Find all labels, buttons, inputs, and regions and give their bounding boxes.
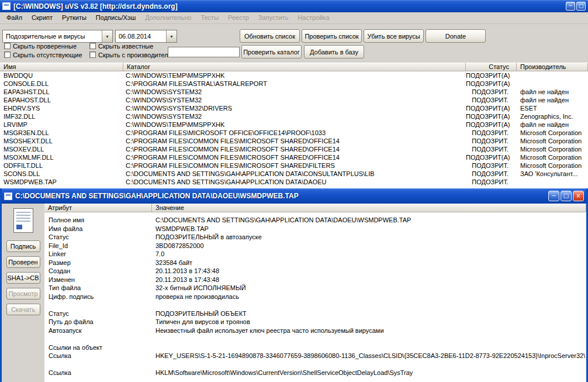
file-row-path: C:\DOCUMENTS AND SETTINGS\GAH\APPLICATIO…: [123, 178, 466, 186]
checkbox-3[interactable]: Скрыть с производителем: [89, 51, 176, 58]
file-row-path: C:\WINDOWS\TEMP\MMSPPXHK: [123, 121, 466, 129]
toolbar-button-2[interactable]: Убить все вирусы: [364, 29, 424, 43]
detail-row-11: СтатусПОДОЗРИТЕЛЬНЫЙ ОБЪЕКТ: [44, 309, 586, 318]
toolbar-button-3[interactable]: Donate: [426, 29, 486, 43]
chevron-down-icon[interactable]: ▼: [102, 30, 112, 42]
file-row-0[interactable]: BWDDQUC:\WINDOWS\TEMP\MMSPPXHKПОДОЗРИТ(А…: [0, 71, 588, 80]
document-icon: [4, 192, 12, 200]
file-row-status: ПОДОЗРИТ(А): [466, 153, 517, 161]
minimize-icon[interactable]: ─: [548, 191, 559, 201]
detail-row-5: Размер323584 байт: [44, 259, 586, 267]
menu-item-8[interactable]: Настройка: [293, 12, 334, 23]
file-row-1[interactable]: CONSOLE.DLLC:\PROGRAM FILES\ASTRAL\ASTRA…: [0, 80, 588, 88]
filter-input[interactable]: [168, 47, 240, 57]
detail-row-12: Путь до файлаТипичен для вирусов и троян…: [44, 318, 586, 326]
file-row-path: C:\WINDOWS\SYSTEM32: [123, 112, 466, 121]
file-row-path: C:\WINDOWS\SYSTEM32: [123, 96, 466, 104]
chevron-down-icon[interactable]: ▼: [166, 30, 177, 42]
file-row-path: C:\PROGRAM FILES\ASTRAL\ASTRALREPORT: [123, 80, 466, 88]
file-row-path: C:\WINDOWS\TEMP\MMSPPXHK: [123, 71, 466, 80]
main-titlebar[interactable]: [C:\WINDOWS] uVS v3.82 [http://dsrt.dynd…: [0, 0, 588, 12]
minimize-icon[interactable]: ─: [566, 2, 575, 11]
file-row-11[interactable]: ODFFILT.DLLC:\PROGRAM FILES\COMMON FILES…: [0, 161, 588, 170]
detail-titlebar[interactable]: C:\DOCUMENTS AND SETTINGS\GAH\APPLICATIO…: [2, 188, 586, 204]
date-select[interactable]: 06.08.2014 ▼: [115, 30, 177, 43]
detail-row-8: Тип файла32-х битный ИСПОЛНЯЕМЫЙ: [44, 284, 586, 292]
file-row-status: ПОДОЗРИТ.: [466, 137, 517, 145]
category-select[interactable]: Подозрительные и вирусы ▼: [2, 30, 113, 43]
file-row-8[interactable]: MSOSHEXT.DLLC:\PROGRAM FILES\COMMON FILE…: [0, 137, 588, 145]
checkbox-2[interactable]: Скрыть отсутствующие: [4, 51, 89, 58]
menu-item-2[interactable]: Руткиты: [57, 12, 91, 23]
detail-value: проверка не производилась: [152, 292, 586, 301]
file-row-vendor: ESET: [517, 104, 588, 112]
file-row-path: C:\PROGRAM FILES\COMMON FILES\MICROSOFT …: [123, 153, 466, 161]
menu-item-4[interactable]: Дополнительно: [140, 12, 196, 23]
file-row-name: EHDRV.SYS: [0, 104, 123, 112]
file-row-12[interactable]: SCONS.DLLC:\DOCUMENTS AND SETTINGS\GAH\A…: [0, 170, 588, 178]
column-header-path[interactable]: Каталог: [123, 63, 466, 71]
toolbar-button-0[interactable]: Обновить список: [240, 29, 300, 43]
sidebar-button-0[interactable]: Подпись: [6, 240, 40, 252]
file-row-9[interactable]: MSOXEV.DLLC:\PROGRAM FILES\COMMON FILES\…: [0, 145, 588, 153]
detail-table: Атрибут Значение Полное имяC:\DOCUMENTS …: [44, 204, 586, 382]
file-row-status: ПОДОЗРИТ.: [466, 161, 517, 170]
file-row-4[interactable]: EHDRV.SYSC:\WINDOWS\SYSTEM32\DRIVERSПОДО…: [0, 104, 588, 112]
menu-item-5[interactable]: Тесты: [196, 12, 223, 23]
file-row-5[interactable]: IMF32.DLLC:\WINDOWS\SYSTEM32ПОДОЗРИТ(А)Z…: [0, 112, 588, 121]
maximize-icon[interactable]: □: [561, 191, 572, 201]
column-header-vendor[interactable]: Производитель: [517, 63, 588, 71]
menu-item-3[interactable]: Подпись/Хэш: [91, 12, 140, 23]
file-row-status: ПОДОЗРИТ.: [466, 170, 517, 178]
file-row-10[interactable]: MSOXMLMF.DLLC:\PROGRAM FILES\COMMON FILE…: [0, 153, 588, 161]
menu-item-6[interactable]: Реестр: [223, 12, 254, 23]
file-row-3[interactable]: EAPAHOST.DLLC:\WINDOWS\SYSTEM32ПОДОЗРИТ.…: [0, 96, 588, 104]
checkbox-0[interactable]: Скрыть проверенные: [4, 42, 89, 50]
main-window-controls: ─ □: [565, 2, 586, 11]
menu-item-1[interactable]: Скрипт: [27, 12, 57, 23]
toolbar-button2-0[interactable]: Проверить каталог: [241, 45, 302, 58]
detail-attr: Путь до файла: [44, 318, 152, 326]
file-row-path: C:\WINDOWS\SYSTEM32: [123, 88, 466, 96]
detail-value: [152, 335, 586, 343]
file-row-status: ПОДОЗРИТ(А): [466, 104, 517, 112]
file-row-13[interactable]: WSMDPWEB.TAPC:\DOCUMENTS AND SETTINGS\GA…: [0, 178, 588, 186]
file-row-status: ПОДОЗРИТ.: [466, 96, 517, 104]
file-row-6[interactable]: LRVIMPC:\WINDOWS\TEMP\MMSPPXHKПОДОЗРИТ(А…: [0, 121, 588, 129]
checkbox-box-0[interactable]: [4, 43, 11, 49]
menu-item-0[interactable]: Файл: [2, 12, 27, 23]
checkbox-label-3: Скрыть с производителем: [98, 51, 176, 58]
detail-attr: Автозапуск: [44, 326, 152, 335]
toolbar-button2-1[interactable]: Добавить в базу: [304, 45, 364, 58]
column-header-value[interactable]: Значение: [152, 204, 586, 212]
checkbox-1[interactable]: Скрыть известные: [89, 42, 176, 50]
sidebar-button-4: Скачать: [6, 304, 40, 315]
detail-row-13: АвтозапускНеизвестный файл использует кл…: [44, 326, 586, 335]
file-row-path: C:\PROGRAM FILES\COMMON FILES\MICROSOFT …: [123, 145, 466, 153]
sidebar-button-2[interactable]: SHA1->CB: [6, 272, 40, 284]
file-row-name: CONSOLE.DLL: [0, 80, 123, 88]
detail-row-2: СтатусПОДОЗРИТЕЛЬНЫЙ в автозапуске: [44, 233, 586, 242]
toolbar-button-1[interactable]: Проверить список: [302, 29, 362, 43]
close-icon[interactable]: ×: [573, 191, 584, 201]
column-header-status[interactable]: Статус: [466, 63, 517, 71]
file-list-body: BWDDQUC:\WINDOWS\TEMP\MMSPPXHKПОДОЗРИТ(А…: [0, 71, 588, 188]
file-row-7[interactable]: MSGR3EN.DLLC:\PROGRAM FILES\MICROSOFT OF…: [0, 129, 588, 137]
file-row-2[interactable]: EAPA3HST.DLLC:\WINDOWS\SYSTEM32ПОДОЗРИТ.…: [0, 88, 588, 96]
file-row-name: LRVIMP: [0, 121, 123, 129]
detail-attr: Ссылки на объект: [44, 343, 152, 352]
file-row-name: MSOXMLMF.DLL: [0, 153, 123, 161]
maximize-icon[interactable]: □: [576, 2, 586, 11]
menu-item-7[interactable]: Запустить: [254, 12, 293, 23]
checkbox-label-1: Скрыть известные: [98, 43, 153, 50]
file-row-path: C:\WINDOWS\SYSTEM32\DRIVERS: [123, 104, 466, 112]
detail-attr: Статус: [44, 233, 152, 242]
column-header-name[interactable]: Имя: [0, 63, 123, 71]
detail-attr: [44, 360, 152, 369]
sidebar-button-1[interactable]: Проверен: [6, 256, 40, 268]
checkbox-box-3[interactable]: [89, 51, 96, 58]
checkbox-box-1[interactable]: [89, 43, 96, 49]
column-header-attribute[interactable]: Атрибут: [44, 204, 152, 212]
checkbox-box-2[interactable]: [4, 51, 11, 58]
detail-window-controls: ─ □ ×: [547, 191, 584, 201]
